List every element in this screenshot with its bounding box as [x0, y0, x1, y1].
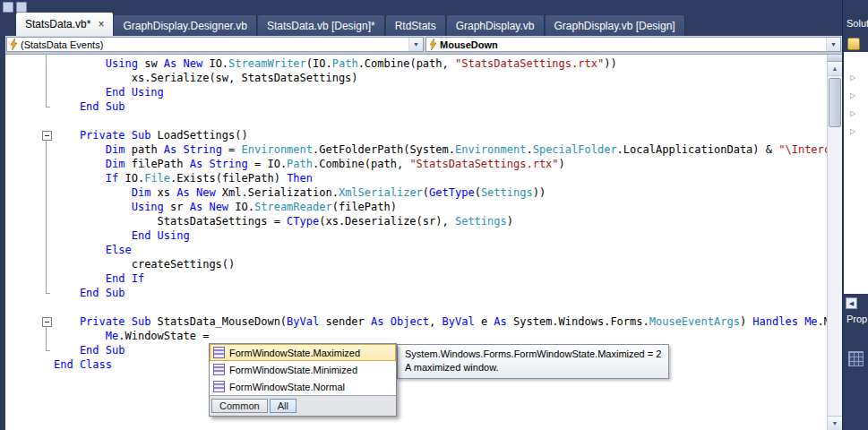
code-token: .LocalApplicationData) & [617, 143, 779, 156]
code-token: sr [170, 201, 190, 213]
tab-graphdisplay-designer-vb[interactable]: GraphDisplay.Designer.vb [114, 15, 257, 36]
intellisense-item-label: FormWindowState.Normal [229, 382, 345, 392]
dropdown-arrow-icon[interactable]: ▼ [826, 38, 840, 51]
code-token: Dim [106, 158, 132, 170]
intellisense-item-label: FormWindowState.Maximized [229, 348, 360, 358]
code-line: Using sr As New IO.StreamReader(filePath… [54, 200, 842, 214]
code-token: IO. [125, 172, 144, 185]
tree-expand-icon[interactable]: ▷ [850, 127, 855, 135]
code-line: xs.Serialize(sw, StatsDataSettings) [54, 71, 842, 85]
tree-expand-icon[interactable]: ▷ [850, 109, 855, 117]
splitter-handle[interactable] [828, 55, 842, 62]
code-token: Settings [455, 215, 507, 228]
intellisense-tooltip: System.Windows.Forms.FormWindowState.Max… [397, 344, 669, 379]
outline-line [46, 140, 47, 293]
tab-label: GraphDisplay.Designer.vb [123, 20, 247, 32]
code-token: As String [190, 158, 254, 170]
code-token: Me [106, 330, 118, 342]
properties-grid-icon[interactable] [848, 351, 864, 366]
enum-member-icon [213, 347, 225, 358]
code-token: xs [158, 186, 177, 199]
handler-combo[interactable]: MouseDown ▼ [425, 37, 841, 52]
code-token: System.Windows.Forms. [513, 315, 649, 328]
code-line: If IO.File.Exists(filePath) Then [54, 171, 842, 185]
close-icon[interactable]: × [98, 20, 104, 29]
code-line: Private Sub StatsData_MouseDown(ByVal se… [54, 314, 842, 329]
code-token: "StatsDataSettings.rtx" [409, 158, 558, 170]
code-token: Private Sub [80, 315, 158, 328]
tree-expand-icon[interactable]: ▷ [850, 91, 855, 99]
code-token: Path [287, 158, 313, 170]
code-line: End If [54, 271, 842, 286]
tab-graphdisplay-vb-design-[interactable]: GraphDisplay.vb [Design] [546, 15, 685, 36]
outline-tick [46, 350, 50, 351]
code-line: End Using [54, 228, 842, 243]
toolbar-icon[interactable] [3, 2, 13, 13]
auto-hide-arrow-icon[interactable]: ◀ [846, 297, 857, 309]
code-line: Else [54, 243, 842, 257]
code-token: e [481, 315, 494, 328]
code-line: End Sub [54, 286, 842, 300]
collapse-box-icon[interactable] [42, 131, 52, 141]
collapse-box-icon[interactable] [42, 317, 52, 327]
code-token: = [228, 143, 241, 156]
intellisense-item[interactable]: FormWindowState.Maximized [210, 344, 396, 361]
tab-label: RtdStats [395, 20, 436, 32]
filter-tab-all[interactable]: All [270, 399, 296, 413]
tab-label: GraphDisplay.vb [456, 20, 535, 32]
properties-caption[interactable]: Prop [847, 314, 867, 324]
tab-label: GraphDisplay.vb [Design] [554, 20, 675, 32]
tab-statsdata-vb-design-[interactable]: StatsData.vb [Design]* [258, 15, 385, 36]
enum-member-icon [213, 381, 225, 392]
tab-graphdisplay-vb[interactable]: GraphDisplay.vb [447, 15, 545, 36]
code-token: , [429, 315, 442, 328]
code-token: .Combine(path, [313, 158, 409, 170]
code-token: StreamReader [254, 201, 332, 213]
code-token: path [132, 143, 164, 156]
toolbar-icon[interactable] [16, 2, 27, 13]
code-token: Xml.Serialization. [222, 186, 339, 199]
code-token: End Using [132, 229, 190, 242]
code-line: createSettings() [54, 257, 842, 271]
code-token: Using [106, 57, 144, 70]
tab-rtdstats[interactable]: RtdStats [386, 15, 446, 36]
right-dock-panel: Solut ▷▷▷▷ ◀ Prop [842, 0, 868, 430]
tab-label: StatsData.vb* [25, 18, 90, 30]
code-line: End Sub [54, 99, 842, 114]
code-line: Dim xs As New Xml.Serialization.XmlSeria… [54, 185, 842, 200]
event-bolt-icon [10, 39, 18, 50]
outline-line [46, 326, 47, 350]
code-token: As String [164, 143, 228, 156]
code-token: ByVal [443, 315, 481, 328]
code-token: "StatsDataSettings.rtx" [455, 57, 604, 70]
code-line: Dim path As String = Environment.GetFold… [54, 142, 842, 157]
intellisense-item[interactable]: FormWindowState.Minimized [210, 361, 396, 378]
tree-expand-icon[interactable]: ▷ [850, 73, 855, 82]
scroll-down-icon[interactable]: ▼ [828, 416, 842, 430]
code-token: Dim [106, 143, 132, 156]
events-combo[interactable]: (StatsData Events) ▼ [6, 37, 424, 52]
solution-tree-strip: ▷▷▷▷ [844, 52, 868, 294]
dropdown-arrow-icon[interactable]: ▼ [408, 38, 423, 51]
code-line: Private Sub LoadSettings() [54, 128, 842, 142]
code-token: ( [423, 186, 429, 199]
scrollbar-thumb[interactable] [829, 78, 841, 127]
tab-label: StatsData.vb [Design]* [267, 20, 375, 32]
tab-statsdata-vb-[interactable]: StatsData.vb*× [16, 13, 113, 36]
vertical-scrollbar[interactable]: ▲ ▼ [827, 55, 842, 430]
code-token: Else [106, 244, 132, 256]
filter-tab-common[interactable]: Common [211, 399, 268, 413]
solution-explorer-caption[interactable]: Solut [847, 18, 868, 29]
code-token: xs.Serialize(sw, StatsDataSettings) [132, 72, 358, 84]
code-token: GetType [429, 186, 475, 199]
solution-toolbar-icon[interactable] [847, 38, 860, 50]
code-token: ) [740, 315, 752, 328]
code-token: MouseEventArgs [649, 315, 740, 328]
code-token: End Sub [80, 287, 125, 299]
outline-margin [5, 55, 54, 430]
code-token: End Class [54, 358, 112, 371]
code-token: As New [190, 201, 236, 213]
scroll-up-icon[interactable]: ▲ [828, 62, 842, 76]
intellisense-item[interactable]: FormWindowState.Normal [210, 378, 396, 395]
code-line: Dim filePath As String = IO.Path.Combine… [54, 157, 842, 171]
